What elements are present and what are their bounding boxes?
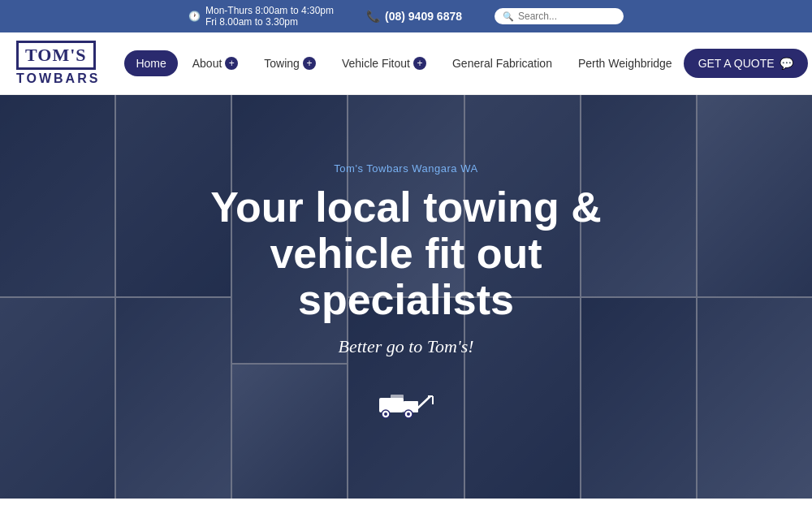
phone-icon: 📞 xyxy=(366,10,380,23)
hero-section: Tom's Towbars Wangara WA Your local towi… xyxy=(0,95,812,499)
svg-point-4 xyxy=(384,412,387,416)
top-bar: 🕐 Mon-Thurs 8:00am to 4:30pm Fri 8.00am … xyxy=(0,0,812,32)
navbar: TOM'S TOWBARS Home About + Towing + Vehi… xyxy=(0,32,812,95)
nav-about[interactable]: About + xyxy=(181,50,250,76)
svg-point-6 xyxy=(407,412,410,416)
vehicle-expand-icon: + xyxy=(413,57,426,70)
get-quote-button[interactable]: GET A QUOTE 💬 xyxy=(684,49,808,78)
nav-vehicle-fitout[interactable]: Vehicle Fitout + xyxy=(330,50,438,76)
hero-title-line1: Your local towing & xyxy=(210,183,601,231)
search-box[interactable]: 🔍 xyxy=(495,8,624,24)
quote-icon: 💬 xyxy=(780,57,793,70)
nav-home[interactable]: Home xyxy=(124,50,177,76)
hero-tagline: Better go to Tom's! xyxy=(338,336,473,357)
svg-line-7 xyxy=(417,396,430,409)
nav-towing[interactable]: Towing + xyxy=(253,50,327,76)
business-hours: 🕐 Mon-Thurs 8:00am to 4:30pm Fri 8.00am … xyxy=(188,5,334,28)
phone-number[interactable]: 📞 (08) 9409 6878 xyxy=(366,10,462,23)
nav-perth-weighbridge[interactable]: Perth Weighbridge xyxy=(567,50,684,76)
hero-content: Tom's Towbars Wangara WA Your local towi… xyxy=(0,95,812,499)
svg-rect-2 xyxy=(391,395,404,404)
hours-friday: Fri 8.00am to 3.30pm xyxy=(205,16,334,28)
nav-general-fabrication[interactable]: General Fabrication xyxy=(441,50,564,76)
search-input[interactable] xyxy=(518,11,615,22)
nav-links: Home About + Towing + Vehicle Fitout + G… xyxy=(124,50,683,76)
clock-icon: 🕐 xyxy=(188,11,201,22)
tow-truck-icon xyxy=(378,390,434,431)
hero-title-line2: vehicle fit out specialists xyxy=(270,230,542,323)
hero-title: Your local towing & vehicle fit out spec… xyxy=(162,184,650,324)
hours-weekday: Mon-Thurs 8:00am to 4:30pm xyxy=(205,5,334,16)
search-icon: 🔍 xyxy=(503,11,514,22)
logo-line1: TOM'S xyxy=(16,41,96,70)
logo-line2: TOWBARS xyxy=(16,71,100,86)
towing-expand-icon: + xyxy=(303,57,316,70)
about-expand-icon: + xyxy=(225,57,238,70)
logo[interactable]: TOM'S TOWBARS xyxy=(16,41,100,86)
hero-location: Tom's Towbars Wangara WA xyxy=(334,162,477,175)
